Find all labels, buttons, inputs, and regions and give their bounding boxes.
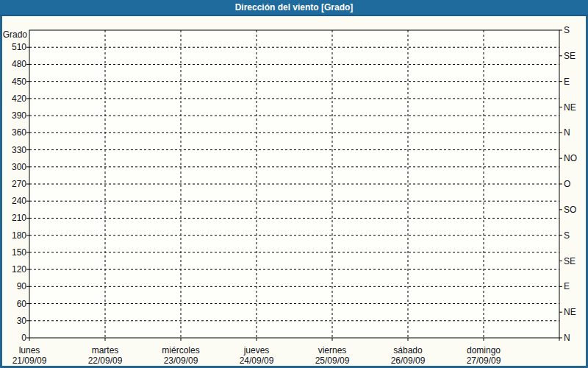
- x-axis-day-label: lunes: [19, 345, 40, 355]
- chart-title-bar: Dirección del viento [Grado]: [0, 0, 588, 15]
- compass-label: NE: [564, 102, 576, 113]
- compass-label: SE: [564, 51, 576, 61]
- x-axis-date-label: 25/09/09: [315, 355, 350, 366]
- y-axis-tick-label: 120: [12, 264, 26, 275]
- wind-direction-chart: 0306090120150180210240270300330360390420…: [2, 16, 586, 366]
- x-axis-date-label: 22/09/09: [88, 355, 123, 366]
- y-axis-tick-label: 240: [12, 196, 26, 206]
- y-axis-tick-label: 480: [12, 59, 26, 69]
- compass-label: S: [564, 25, 570, 35]
- y-axis-tick-label: 180: [12, 230, 26, 241]
- compass-label: E: [564, 281, 570, 291]
- y-axis-tick-label: 0: [21, 333, 26, 343]
- y-axis-tick-label: 390: [12, 110, 26, 121]
- y-axis-tick-label: 300: [12, 162, 26, 172]
- compass-label: S: [564, 230, 570, 241]
- y-axis-tick-label: 270: [12, 179, 26, 189]
- x-axis-day-label: jueves: [243, 345, 270, 355]
- y-axis-tick-label: 450: [12, 77, 26, 87]
- x-axis-date-label: 21/09/09: [12, 355, 47, 366]
- y-axis-tick-label: 60: [17, 299, 27, 309]
- x-axis-date-label: 26/09/09: [391, 355, 426, 366]
- y-axis-tick-label: 150: [12, 247, 26, 258]
- compass-label: NE: [564, 307, 576, 317]
- y-axis-tick-label: 510: [12, 42, 26, 52]
- y-axis-tick-label: 420: [12, 93, 26, 104]
- compass-label: O: [564, 179, 570, 189]
- compass-label: SO: [564, 205, 576, 215]
- chart-title: Dirección del viento [Grado]: [235, 2, 354, 13]
- y-axis-unit-label: Grado: [3, 29, 28, 40]
- y-axis-tick-label: 90: [17, 281, 27, 291]
- x-axis-day-label: domingo: [467, 345, 501, 355]
- x-axis-day-label: miércoles: [162, 345, 199, 355]
- compass-label: N: [564, 333, 570, 343]
- y-axis-tick-label: 210: [12, 213, 26, 223]
- compass-label: N: [564, 127, 570, 138]
- x-axis-date-label: 23/09/09: [164, 355, 198, 366]
- x-axis-day-label: sábado: [393, 345, 423, 355]
- x-axis-day-label: viernes: [318, 345, 347, 355]
- y-axis-tick-label: 330: [12, 145, 26, 155]
- y-axis-tick-label: 360: [12, 127, 26, 138]
- wind-direction-chart-window: Dirección del viento [Grado] 03060901201…: [0, 0, 588, 368]
- x-axis-date-label: 27/09/09: [467, 355, 501, 366]
- chart-area: 0306090120150180210240270300330360390420…: [2, 16, 586, 366]
- y-axis-tick-label: 30: [17, 316, 27, 326]
- compass-label: E: [564, 77, 570, 87]
- x-axis-day-label: martes: [92, 345, 119, 355]
- x-axis-date-label: 24/09/09: [240, 355, 274, 366]
- compass-label: SE: [564, 256, 576, 266]
- compass-label: NO: [564, 153, 577, 163]
